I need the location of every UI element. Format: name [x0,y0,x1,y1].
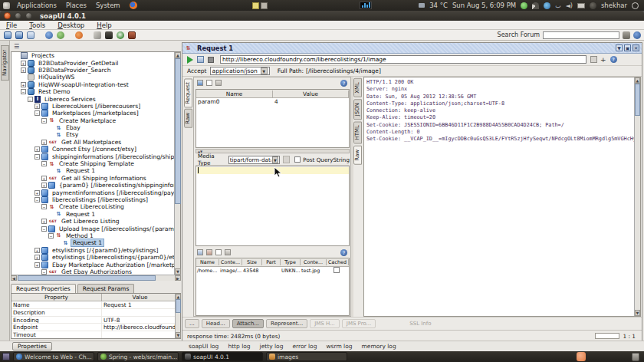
tab-json[interactable]: JSON [353,99,362,120]
tree-horizontal-scrollbar[interactable]: ◀ ▶ [11,275,181,281]
tree-collapse-toggle[interactable]: − [34,154,40,160]
community-icon[interactable] [57,31,64,39]
wifi-tray-icon[interactable] [532,2,539,9]
distributor-logo-icon[interactable] [3,2,10,9]
tree-hscroll-thumb[interactable] [18,275,156,281]
taskbar-item[interactable]: Welcome to Web - Ch... [13,352,94,361]
taskbar-item[interactable]: soapUI 4.0.1 [182,352,263,361]
tree-item[interactable]: −ILibereco Services [12,95,180,102]
show-desktop-icon[interactable] [2,353,10,360]
tab-request[interactable]: Request [184,78,192,107]
properties-scrollbar[interactable]: ▲ ▼ [175,294,180,338]
tree-item[interactable]: ⇅Request 1 [12,167,180,174]
search-forum-input[interactable] [543,31,619,39]
tree-item[interactable]: +B2BDataProvider_GetDetail [12,59,180,66]
window-close-button[interactable] [4,12,11,19]
tree-collapse-toggle[interactable]: − [34,110,40,116]
search-forum-go-icon[interactable] [623,31,630,39]
window-minimize-button[interactable] [15,12,21,19]
request-help-icon[interactable]: ? [610,56,617,63]
response-scrollbar[interactable]: ▲ ▼ [634,77,640,316]
ubuntu-one-icon[interactable] [577,352,586,361]
scroll-up-icon[interactable]: ▲ [635,77,640,84]
taskbar-item[interactable]: images [266,352,347,361]
tab-raw[interactable]: Raw [353,146,362,165]
help-icon[interactable] [633,31,641,39]
mdi-restore-icon[interactable]: ▣ [624,44,631,51]
tab-represent[interactable]: Represent... [266,319,307,328]
recreate-body-icon[interactable] [283,156,290,163]
add-icon[interactable]: + [600,56,606,64]
browser-icon[interactable] [75,31,83,39]
messaging-tray-icon[interactable] [521,2,527,9]
tree-vertical-scrollbar[interactable]: ▲ ▼ [174,52,180,275]
tree-vscroll-thumb[interactable] [175,58,181,204]
add-attachment-icon[interactable] [197,249,203,255]
logtab-http[interactable]: http log [228,343,250,350]
tree-collapse-toggle[interactable]: − [41,226,47,232]
response-scroll-thumb[interactable] [635,84,640,116]
request-window-titlebar[interactable]: ⇅ Request 1 ▼ ▣ ✕ [182,43,642,54]
tree-expand-toggle[interactable]: + [41,176,47,181]
tab-jmsh[interactable]: JMS H... [310,319,340,328]
tree-item[interactable]: −⇅Create Shipping Template [12,160,180,167]
scroll-down-icon[interactable]: ▼ [175,268,181,275]
tree-item[interactable]: ⇅Ebay [12,124,180,131]
post-querystring-checkbox[interactable] [294,156,301,163]
scroll-down-icon[interactable]: ▼ [176,332,181,338]
navigator-tab[interactable]: Navigator [1,45,9,81]
scroll-left-icon[interactable]: ◀ [11,275,17,281]
tree-item[interactable]: +GETGet all Shipping Informations [12,175,180,182]
trash-icon[interactable] [632,353,639,361]
properties-button[interactable]: Properties [12,342,52,350]
tab-html[interactable]: HTML [353,121,362,143]
firefox-launcher-icon[interactable] [130,2,137,9]
tree-options-icon[interactable]: ☰ [14,43,21,50]
panel-menu-system[interactable]: System [96,2,120,9]
tree-item[interactable]: −⇅Create Marketplace [12,117,180,124]
tab-attach[interactable]: Attach... [232,319,264,328]
tree-item[interactable]: −liberecolistings [/liberecolistings] [12,196,180,203]
system-monitor-tray-icon[interactable] [360,2,372,9]
sort-params-icon[interactable] [197,80,203,86]
mdi-close-icon[interactable]: ✕ [632,44,639,51]
tree-collapse-toggle[interactable]: − [21,89,26,94]
tree-item[interactable]: +HiqWW-soapUI-integration-test [12,81,180,88]
tree-item[interactable]: +paymentinformations [/liberecolisting/p… [12,189,180,196]
tree-item[interactable]: ⇅Request 1 [12,239,180,246]
property-row[interactable]: Description [12,309,180,317]
forum-icon[interactable] [45,31,53,39]
tree-expand-toggle[interactable]: + [41,219,47,224]
tree-collapse-toggle[interactable]: − [34,197,40,202]
tree-item[interactable]: +{param0} [/liberecolisting/shippinginfo… [12,182,180,189]
tree-item[interactable]: +Ebay Marketplace Authorization [/market… [12,261,180,268]
property-row[interactable]: NameRequest 1 [12,301,180,309]
tab-head[interactable]: Head... [202,319,230,328]
new-project-icon[interactable] [4,31,12,39]
scroll-up-icon[interactable]: ▲ [175,52,181,58]
sticky-note-tray-icon[interactable] [252,2,259,9]
bluetooth-tray-icon[interactable]: ب [555,2,561,9]
cancel-request-icon[interactable] [208,57,214,63]
logtab-memory[interactable]: memory log [362,343,396,350]
logtab-jetty[interactable]: jetty log [260,343,284,350]
tree-expand-toggle[interactable]: + [34,104,40,109]
tree-item[interactable]: ⇅Etsy [12,131,180,138]
logtab-soapui[interactable]: soapUI log [189,343,219,350]
tree-item[interactable]: −⇅Create LiberecoListing [12,203,180,210]
tree-item[interactable]: −Marketplaces [/marketplaces] [12,110,180,117]
preferences-icon[interactable] [94,31,101,39]
export-attachment-icon[interactable] [225,249,231,255]
attachments-help-icon[interactable]: ? [340,249,347,256]
property-row[interactable]: Endpointhttp://libereco.cloudfoundry.... [12,324,180,331]
tab-request-properties[interactable]: Request Properties [11,284,76,293]
menu-desktop[interactable]: Desktop [58,21,84,29]
tree-collapse-toggle[interactable]: − [41,269,47,275]
tree-item[interactable]: ⇅Request 1 [12,211,180,218]
network-globe-tray-icon[interactable] [544,2,550,9]
tree-collapse-toggle[interactable]: − [28,97,33,102]
tree-expand-toggle[interactable]: + [41,183,47,188]
tree-item[interactable]: +etsylistings [/{param0}/etsylistings] [12,247,180,254]
panel-menu-applications[interactable]: Applications [17,2,57,9]
reload-attachment-icon[interactable] [215,249,222,255]
